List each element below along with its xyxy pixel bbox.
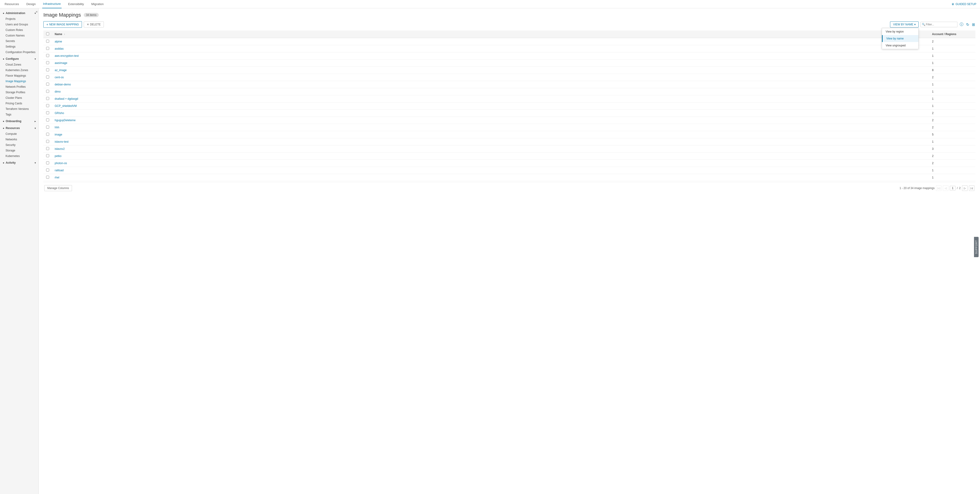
row-name-link[interactable]: aws-encryption-test — [55, 54, 79, 57]
row-name-link[interactable]: asddas — [55, 47, 64, 50]
row-name-link[interactable]: petko — [55, 155, 61, 158]
sidebar-item-kubernetes-zones[interactable]: Kubernetes Zones — [0, 67, 38, 73]
row-name-link[interactable]: islavov2 — [55, 147, 65, 150]
row-checkbox[interactable] — [46, 176, 49, 178]
manage-columns-button[interactable]: Manage Columns — [44, 185, 72, 191]
row-checkbox-cell — [43, 96, 52, 102]
row-name-link[interactable]: GCP_shieldedVM — [55, 104, 76, 108]
dropdown-option-view-ungrouped[interactable]: View ungrouped — [882, 42, 918, 49]
row-checkbox[interactable] — [46, 118, 49, 121]
new-image-mapping-button[interactable]: + NEW IMAGE MAPPING — [43, 21, 82, 28]
row-checkbox[interactable] — [46, 126, 49, 129]
section-label: Administration — [6, 11, 25, 15]
row-name-link[interactable]: cent-os — [55, 76, 64, 79]
row-regions-cell: 1 — [929, 59, 975, 67]
sidebar-item-configuration-properties[interactable]: Configuration Properties — [0, 49, 38, 55]
sidebar-item-custom-roles[interactable]: Custom Roles — [0, 27, 38, 33]
row-checkbox[interactable] — [46, 133, 49, 136]
sidebar-item-custom-names[interactable]: Custom Names — [0, 33, 38, 38]
sidebar-item-users-and-groups[interactable]: Users and Groups — [0, 22, 38, 27]
row-checkbox[interactable] — [46, 97, 49, 100]
filter-input[interactable] — [921, 22, 958, 27]
row-checkbox[interactable] — [46, 69, 49, 71]
nav-item-design[interactable]: Design — [25, 0, 37, 8]
guided-setup-button[interactable]: 🖥 GUIDED SETUP — [951, 3, 976, 6]
row-checkbox[interactable] — [46, 111, 49, 114]
row-checkbox[interactable] — [46, 161, 49, 164]
delete-button[interactable]: ✕ DELETE — [84, 21, 104, 27]
row-name-link[interactable]: ralitsad — [55, 169, 64, 172]
support-tab[interactable]: SUPPORT — [974, 237, 978, 257]
nav-item-resources[interactable]: Resources — [4, 0, 20, 8]
monitor-icon: 🖥 — [951, 3, 954, 6]
row-name-cell: cent-os — [52, 74, 929, 81]
row-checkbox[interactable] — [46, 47, 49, 50]
nav-item-migration[interactable]: Migration — [91, 0, 105, 8]
sidebar-section-header-administration[interactable]: ●Administration▾ — [0, 10, 38, 16]
sidebar-item-cluster-plans[interactable]: Cluster Plans — [0, 95, 38, 100]
dropdown-option-view-by-name[interactable]: View by name — [882, 35, 918, 42]
row-checkbox[interactable] — [46, 169, 49, 172]
sidebar-item-settings[interactable]: Settings — [0, 44, 38, 49]
sidebar-section-header-configure[interactable]: ●Configure▾ — [0, 56, 38, 62]
row-checkbox[interactable] — [46, 140, 49, 143]
sidebar-section-header-resources[interactable]: ●Resources▾ — [0, 125, 38, 131]
last-page-button[interactable]: ▷| — [969, 185, 974, 191]
row-checkbox[interactable] — [46, 104, 49, 107]
refresh-icon[interactable]: ↻ — [966, 22, 970, 27]
dropdown-option-view-by-region[interactable]: View by region — [882, 28, 918, 35]
row-checkbox[interactable] — [46, 154, 49, 157]
row-checkbox[interactable] — [46, 61, 49, 64]
row-name-link[interactable]: image — [55, 133, 62, 136]
next-page-button[interactable]: ▷ — [962, 185, 967, 191]
row-name-link[interactable]: rhel — [55, 176, 59, 179]
row-name-link[interactable]: islavov-test — [55, 140, 68, 143]
sidebar-item-pricing-cards[interactable]: Pricing Cards — [0, 100, 38, 106]
sidebar-item-secrets[interactable]: Secrets — [0, 38, 38, 44]
sidebar-section-header-onboarding[interactable]: ●Onboarding▸ — [0, 118, 38, 124]
sidebar-item-terraform-versions[interactable]: Terraform Versions — [0, 106, 38, 112]
row-name-link[interactable]: dimo — [55, 90, 60, 93]
sidebar-collapse-button[interactable]: « — [36, 10, 38, 13]
row-checkbox[interactable] — [46, 147, 49, 150]
row-name-link[interactable]: hguguyDeleteme — [55, 119, 76, 122]
current-page-button[interactable]: 1 — [950, 186, 956, 190]
row-name-link[interactable]: alpine — [55, 40, 62, 43]
sidebar-item-storage-profiles[interactable]: Storage Profiles — [0, 89, 38, 95]
sidebar-item-storage[interactable]: Storage — [0, 148, 38, 153]
prev-page-button[interactable]: ◁ — [943, 185, 948, 191]
sidebar-item-compute[interactable]: Compute — [0, 131, 38, 137]
sidebar-item-flavor-mappings[interactable]: Flavor Mappings — [0, 73, 38, 78]
sidebar-section-header-activity[interactable]: ●Activity▾ — [0, 160, 38, 166]
view-by-button[interactable]: VIEW BY NAME ▾ — [890, 21, 919, 27]
grid-view-icon[interactable]: ⊞ — [972, 22, 975, 27]
row-name-link[interactable]: hhh — [55, 126, 59, 129]
row-name-link[interactable]: az_image — [55, 69, 67, 72]
row-name-link[interactable]: awsImage — [55, 61, 67, 65]
row-name-link[interactable]: photon-os — [55, 162, 67, 165]
row-name-link[interactable]: dsafasd + dgdasgd — [55, 97, 78, 100]
sidebar-item-tags[interactable]: Tags — [0, 112, 38, 117]
sidebar-item-projects[interactable]: Projects — [0, 16, 38, 22]
row-checkbox[interactable] — [46, 90, 49, 93]
first-page-button[interactable]: |◁ — [936, 185, 942, 191]
table-row: asddas 1 — [43, 45, 975, 53]
row-checkbox[interactable] — [46, 83, 49, 86]
row-name-link[interactable]: GRIsho — [55, 112, 64, 115]
sidebar-item-kubernetes[interactable]: Kubernetes — [0, 153, 38, 159]
sidebar-item-network-profiles[interactable]: Network Profiles — [0, 84, 38, 89]
row-checkbox[interactable] — [46, 40, 49, 43]
name-column-header[interactable]: Name ↑ — [52, 30, 929, 38]
row-checkbox[interactable] — [46, 75, 49, 78]
select-all-checkbox[interactable] — [46, 32, 49, 35]
nav-item-infrastructure[interactable]: Infrastructure — [42, 0, 62, 8]
table-row: islavov2 3 — [43, 145, 975, 153]
row-checkbox[interactable] — [46, 54, 49, 57]
row-name-link[interactable]: debian-demo — [55, 83, 71, 86]
nav-item-extensibility[interactable]: Extensibility — [67, 0, 85, 8]
sidebar-item-security[interactable]: Security — [0, 142, 38, 148]
info-icon[interactable]: ⓘ — [959, 22, 964, 27]
sidebar-item-networks[interactable]: Networks — [0, 137, 38, 142]
sidebar-item-cloud-zones[interactable]: Cloud Zones — [0, 62, 38, 67]
sidebar-item-image-mappings[interactable]: Image Mappings — [0, 78, 38, 84]
